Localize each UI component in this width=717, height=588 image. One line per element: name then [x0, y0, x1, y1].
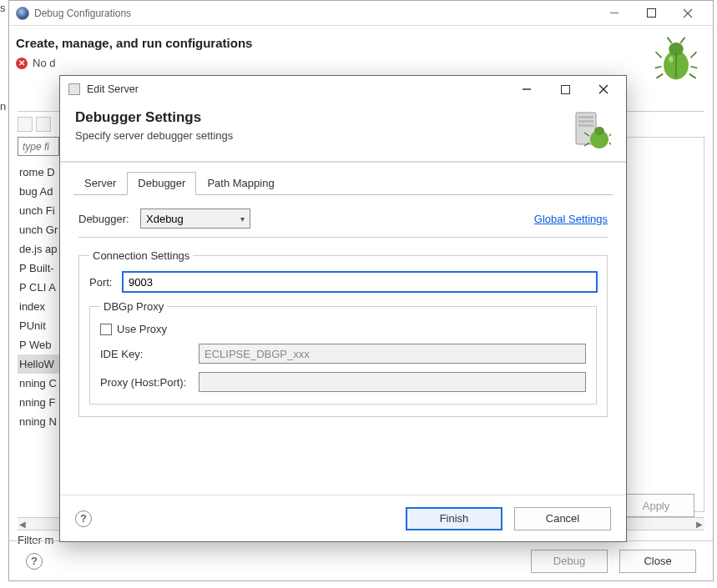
tree-item[interactable]: unch Fi	[18, 201, 59, 220]
tree-item[interactable]: nning F	[18, 393, 59, 412]
front-close-button[interactable]	[584, 77, 623, 102]
edit-server-dialog: Edit Server Debugger Settings Specify se…	[59, 75, 627, 542]
svg-rect-6	[578, 120, 593, 123]
back-window-title: Debug Configurations	[34, 8, 131, 19]
apply-button[interactable]: Apply	[618, 494, 694, 517]
back-help-icon[interactable]: ?	[26, 553, 43, 570]
back-heading: Create, manage, and run configurations	[16, 36, 653, 50]
tab-bar: ServerDebuggerPath Mapping	[73, 171, 613, 195]
tab-debugger[interactable]: Debugger	[127, 172, 196, 195]
eclipse-icon	[16, 7, 29, 20]
back-error-text: No d	[33, 57, 55, 69]
debugger-dropdown[interactable]: Xdebug	[140, 209, 250, 229]
use-proxy-label: Use Proxy	[117, 323, 167, 335]
config-filter-input[interactable]	[18, 137, 59, 156]
debugger-value: Xdebug	[146, 213, 184, 225]
tree-item[interactable]: index	[18, 297, 59, 316]
use-proxy-checkbox[interactable]: Use Proxy	[100, 323, 167, 335]
back-titlebar: Debug Configurations	[9, 1, 713, 26]
tab-server[interactable]: Server	[73, 172, 127, 195]
proxy-legend: DBGp Proxy	[100, 300, 167, 313]
tab-path-mapping[interactable]: Path Mapping	[196, 172, 285, 195]
svg-point-9	[594, 127, 604, 135]
back-close-button[interactable]	[669, 1, 706, 26]
tree-item[interactable]: rome D	[18, 163, 59, 182]
port-label: Port:	[89, 276, 123, 289]
debugger-label: Debugger:	[78, 213, 140, 225]
proxy-host-label: Proxy (Host:Port):	[100, 376, 199, 389]
ide-key-input	[199, 344, 586, 364]
svg-point-3	[669, 57, 673, 63]
svg-rect-7	[578, 124, 593, 127]
toolbar-icon-2[interactable]	[36, 117, 51, 132]
toolbar-icon-1[interactable]	[18, 117, 33, 132]
front-titlebar: Edit Server	[60, 76, 626, 103]
checkbox-icon	[100, 324, 112, 335]
front-help-icon[interactable]: ?	[75, 510, 92, 527]
tree-item[interactable]: de.js ap	[18, 239, 59, 259]
tree-item[interactable]: nning C	[18, 374, 59, 393]
front-maximize-button[interactable]	[546, 77, 584, 102]
connection-legend: Connection Settings	[89, 249, 193, 262]
back-maximize-button[interactable]	[633, 1, 669, 26]
ide-key-label: IDE Key:	[100, 348, 199, 360]
tree-item[interactable]: P Web	[18, 335, 59, 354]
connection-settings-group: Connection Settings Port: DBGp Proxy Use…	[78, 249, 608, 417]
tree-item[interactable]: P CLI A	[18, 278, 59, 297]
dbgp-proxy-group: DBGp Proxy Use Proxy IDE Key: Proxy (Hos…	[89, 300, 597, 405]
server-bug-image	[571, 109, 611, 149]
finish-button[interactable]: Finish	[406, 507, 502, 530]
tree-item[interactable]: nning N	[18, 412, 59, 431]
front-minimize-button[interactable]	[507, 77, 546, 102]
back-minimize-button[interactable]	[596, 1, 633, 26]
front-heading: Debugger Settings	[75, 109, 571, 126]
debug-button[interactable]: Debug	[531, 550, 608, 573]
svg-rect-5	[578, 116, 593, 118]
bug-image	[653, 36, 699, 83]
port-input[interactable]	[123, 272, 597, 292]
server-icon	[68, 83, 80, 95]
front-subheading: Specify server debugger settings	[75, 129, 571, 142]
error-icon: ✕	[16, 58, 28, 69]
proxy-host-input	[199, 372, 586, 392]
close-button[interactable]: Close	[619, 550, 696, 573]
tree-item[interactable]: unch Gr	[18, 220, 59, 239]
config-tree[interactable]: rome Dbug Adunch Fiunch Grde.js apP Buil…	[18, 163, 59, 431]
tree-item[interactable]: HelloW	[18, 354, 59, 374]
tree-item[interactable]: PUnit	[18, 316, 59, 335]
cancel-button[interactable]: Cancel	[514, 507, 611, 530]
front-window-title: Edit Server	[87, 83, 139, 95]
front-header: Debugger Settings Specify server debugge…	[60, 103, 626, 161]
tree-item[interactable]: bug Ad	[18, 182, 59, 201]
global-settings-link[interactable]: Global Settings	[534, 213, 608, 225]
tree-item[interactable]: P Built-	[18, 259, 59, 278]
